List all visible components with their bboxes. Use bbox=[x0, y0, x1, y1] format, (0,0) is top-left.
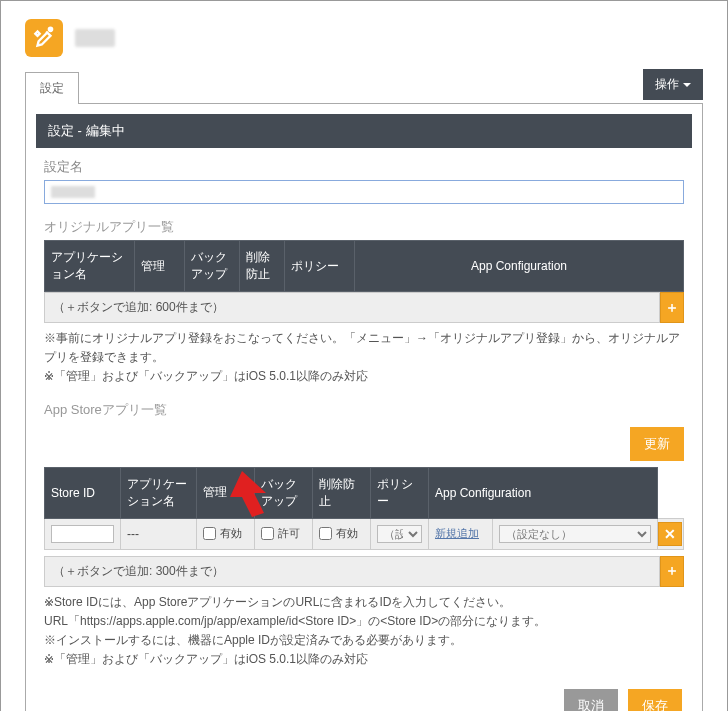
table-header-row: Store ID アプリケーション名 管理 バックアップ 削除防止 ポリシー A… bbox=[45, 467, 684, 518]
backup-checkbox-wrap[interactable]: 許可 bbox=[261, 526, 306, 541]
col-policy: ポリシー bbox=[371, 467, 429, 518]
appstore-apps-table: Store ID アプリケーション名 管理 バックアップ 削除防止 ポリシー A… bbox=[44, 467, 684, 550]
col-backup: バックアップ bbox=[255, 467, 313, 518]
col-store-id: Store ID bbox=[45, 467, 121, 518]
update-button[interactable]: 更新 bbox=[630, 427, 684, 461]
appstore-add-hint: （＋ボタンで追加: 300件まで） bbox=[44, 556, 660, 587]
col-app-name: アプリケーション名 bbox=[121, 467, 197, 518]
table-row: --- 有効 許可 bbox=[45, 518, 684, 549]
row-delete-button[interactable]: ✕ bbox=[658, 522, 682, 546]
original-apps-add-row: （＋ボタンで追加: 600件まで） ＋ bbox=[44, 292, 684, 323]
col-policy: ポリシー bbox=[285, 241, 355, 292]
policy-select[interactable]: （設定） bbox=[377, 525, 422, 543]
app-window: 設定 操作 設定 - 編集中 設定名 オリジナルアプリ一覧 アプリケーション名 bbox=[0, 0, 728, 711]
col-app-config: App Configuration bbox=[429, 467, 658, 518]
tab-bar: 設定 操作 bbox=[25, 69, 703, 104]
col-manage: 管理 bbox=[135, 241, 185, 292]
backup-checkbox[interactable] bbox=[261, 527, 274, 540]
original-apps-section-label: オリジナルアプリ一覧 bbox=[44, 218, 684, 236]
plus-icon: ＋ bbox=[665, 562, 679, 580]
manage-checkbox[interactable] bbox=[203, 527, 216, 540]
manage-checkbox-label: 有効 bbox=[220, 526, 242, 541]
original-apps-add-button[interactable]: ＋ bbox=[660, 292, 684, 323]
appstore-note: ※Store IDには、App StoreアプリケーションのURLに含まれるID… bbox=[44, 593, 684, 670]
setting-name-label: 設定名 bbox=[44, 158, 684, 176]
original-apps-note: ※事前にオリジナルアプリ登録をおこなってください。「メニュー」→「オリジナルアプ… bbox=[44, 329, 684, 387]
app-logo-text bbox=[75, 29, 115, 47]
app-config-add-link[interactable]: 新規追加 bbox=[435, 527, 479, 539]
setting-name-value-masked bbox=[51, 186, 95, 198]
panel-title: 設定 - 編集中 bbox=[36, 114, 692, 148]
appstore-add-row: （＋ボタンで追加: 300件まで） ＋ bbox=[44, 556, 684, 587]
app-config-select[interactable]: （設定なし） bbox=[499, 525, 651, 543]
store-id-input[interactable] bbox=[51, 525, 114, 543]
manage-checkbox-wrap[interactable]: 有効 bbox=[203, 526, 248, 541]
col-prevent-delete: 削除防止 bbox=[240, 241, 285, 292]
setting-name-input[interactable] bbox=[44, 180, 684, 204]
app-name-cell: --- bbox=[121, 518, 197, 549]
save-button[interactable]: 保存 bbox=[628, 689, 682, 711]
operations-menu-button[interactable]: 操作 bbox=[643, 69, 703, 100]
appstore-section-label: App Storeアプリ一覧 bbox=[44, 401, 684, 419]
prevent-delete-checkbox[interactable] bbox=[319, 527, 332, 540]
window-header bbox=[1, 1, 727, 69]
col-app-name: アプリケーション名 bbox=[45, 241, 135, 292]
operations-menu-label: 操作 bbox=[655, 76, 679, 93]
settings-panel: 設定 - 編集中 設定名 オリジナルアプリ一覧 アプリケーション名 管理 バック… bbox=[25, 103, 703, 711]
col-prevent-delete: 削除防止 bbox=[313, 467, 371, 518]
col-app-config: App Configuration bbox=[355, 241, 684, 292]
prevent-delete-checkbox-label: 有効 bbox=[336, 526, 358, 541]
svg-point-0 bbox=[49, 28, 52, 31]
original-apps-table: アプリケーション名 管理 バックアップ 削除防止 ポリシー App Config… bbox=[44, 240, 684, 292]
appstore-add-button[interactable]: ＋ bbox=[660, 556, 684, 587]
plus-icon: ＋ bbox=[665, 299, 679, 317]
close-icon: ✕ bbox=[664, 526, 676, 542]
original-apps-add-hint: （＋ボタンで追加: 600件まで） bbox=[44, 292, 660, 323]
col-backup: バックアップ bbox=[185, 241, 240, 292]
prevent-delete-checkbox-wrap[interactable]: 有効 bbox=[319, 526, 364, 541]
table-header-row: アプリケーション名 管理 バックアップ 削除防止 ポリシー App Config… bbox=[45, 241, 684, 292]
cancel-button[interactable]: 取消 bbox=[564, 689, 618, 711]
col-manage: 管理 bbox=[197, 467, 255, 518]
form-actions: 取消 保存 bbox=[44, 689, 684, 711]
app-logo-icon bbox=[25, 19, 63, 57]
backup-checkbox-label: 許可 bbox=[278, 526, 300, 541]
tab-settings[interactable]: 設定 bbox=[25, 72, 79, 104]
